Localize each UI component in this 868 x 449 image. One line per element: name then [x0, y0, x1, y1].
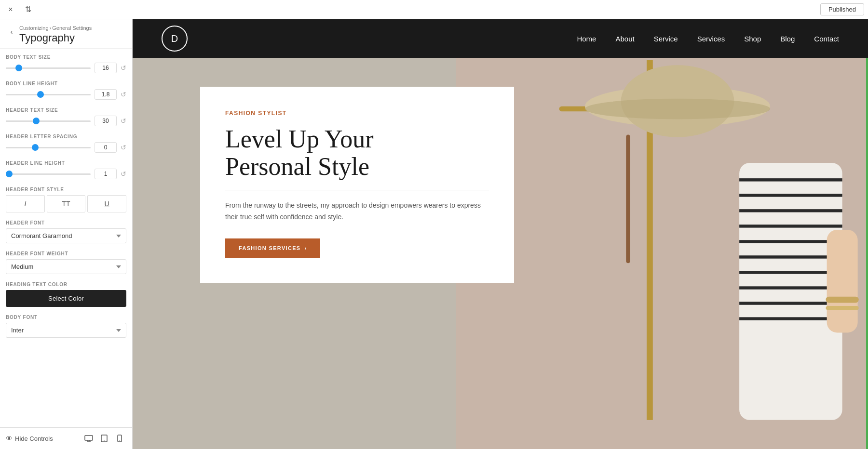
body-text-size-label: BODY TEXT SIZE: [6, 54, 126, 60]
body-line-height-input[interactable]: [95, 89, 117, 100]
nav-bar: D Home About Service Services Shop Blog …: [133, 19, 868, 58]
header-text-size-reset[interactable]: ↺: [121, 117, 126, 125]
body-font-select[interactable]: Inter Georgia Roboto Open Sans: [6, 323, 126, 338]
svg-rect-17: [739, 194, 842, 197]
heading-text-color-group: HEADING TEXT COLOR Select Color: [6, 282, 126, 307]
nav-link-blog[interactable]: Blog: [780, 35, 795, 43]
svg-point-13: [585, 99, 770, 119]
hero-right: [456, 58, 868, 449]
header-text-size-row: ↺: [6, 116, 126, 126]
body-font-label: BODY FONT: [6, 315, 126, 320]
nav-links: Home About Service Services Shop Blog Co…: [577, 35, 839, 43]
desktop-view-button[interactable]: [82, 432, 95, 445]
svg-rect-14: [626, 134, 630, 263]
hero-title: Level Up Your Personal Style: [225, 125, 489, 180]
header-font-style-group: HEADER FONT STYLE I TT U: [6, 187, 126, 212]
body-line-height-slider[interactable]: [6, 94, 91, 95]
svg-rect-28: [826, 306, 858, 310]
header-font-weight-group: HEADER FONT WEIGHT Light Regular Medium …: [6, 251, 126, 274]
hero-description: From the runway to the streets, my appro…: [225, 200, 489, 223]
italic-button[interactable]: I: [6, 195, 45, 212]
svg-rect-16: [739, 178, 842, 181]
body-text-size-group: BODY TEXT SIZE ↺: [6, 54, 126, 73]
cta-arrow-icon: ›: [305, 245, 307, 251]
header-text-size-group: HEADER TEXT SIZE ↺: [6, 107, 126, 126]
body-text-size-slider[interactable]: [6, 67, 91, 69]
header-letter-spacing-label: HEADER LETTER SPACING: [6, 134, 126, 139]
nav-link-services[interactable]: Services: [697, 35, 725, 43]
hero-left: FASHION STYLIST Level Up Your Personal S…: [133, 58, 456, 449]
hero-photo-svg: [456, 58, 868, 449]
body-line-height-reset[interactable]: ↺: [121, 91, 126, 98]
header-font-style-label: HEADER FONT STYLE: [6, 187, 126, 192]
header-line-height-input[interactable]: [95, 169, 117, 179]
allcaps-button[interactable]: TT: [47, 195, 86, 212]
nav-logo: D: [162, 26, 188, 52]
body-line-height-label: BODY LINE HEIGHT: [6, 81, 126, 86]
hero-section: FASHION STYLIST Level Up Your Personal S…: [133, 58, 868, 449]
website-preview: D Home About Service Services Shop Blog …: [133, 19, 868, 449]
sidebar-header: ‹ Customizing › General Settings Typogra…: [0, 19, 132, 49]
body-text-size-row: ↺: [6, 63, 126, 73]
header-font-weight-select[interactable]: Light Regular Medium Semi Bold Bold: [6, 259, 126, 274]
header-font-weight-label: HEADER FONT WEIGHT: [6, 251, 126, 256]
header-line-height-label: HEADER LINE HEIGHT: [6, 160, 126, 166]
header-font-label: HEADER FONT: [6, 220, 126, 225]
hero-cta-button[interactable]: FASHION SERVICES ›: [225, 238, 320, 258]
eye-icon: 👁: [6, 435, 13, 442]
header-letter-spacing-input[interactable]: [95, 142, 117, 153]
header-letter-spacing-row: ↺: [6, 142, 126, 153]
hide-controls-button[interactable]: 👁 Hide Controls: [6, 435, 53, 442]
preview-area: D Home About Service Services Shop Blog …: [133, 19, 868, 449]
nav-link-home[interactable]: Home: [577, 35, 596, 43]
header-letter-spacing-slider[interactable]: [6, 147, 91, 148]
header-font-style-row: I TT U: [6, 195, 126, 212]
header-letter-spacing-group: HEADER LETTER SPACING ↺: [6, 134, 126, 153]
header-font-select[interactable]: Cormorant Garamond Georgia Inter Playfai…: [6, 228, 126, 243]
sidebar-title: Typography: [19, 32, 92, 44]
back-button[interactable]: ‹: [6, 26, 17, 38]
main-layout: ‹ Customizing › General Settings Typogra…: [0, 19, 868, 449]
header-line-height-reset[interactable]: ↺: [121, 170, 126, 178]
published-button[interactable]: Published: [820, 3, 864, 15]
sidebar: ‹ Customizing › General Settings Typogra…: [0, 19, 133, 449]
select-color-button[interactable]: Select Color: [6, 290, 126, 307]
close-button[interactable]: ×: [4, 3, 17, 16]
underline-button[interactable]: U: [87, 195, 126, 212]
mobile-view-button[interactable]: [113, 432, 126, 445]
hero-card: FASHION STYLIST Level Up Your Personal S…: [200, 87, 514, 283]
header-letter-spacing-reset[interactable]: ↺: [121, 144, 126, 151]
svg-rect-0: [85, 436, 93, 440]
nav-link-shop[interactable]: Shop: [744, 35, 761, 43]
header-line-height-slider[interactable]: [6, 173, 91, 175]
header-text-size-label: HEADER TEXT SIZE: [6, 107, 126, 113]
controls-panel: BODY TEXT SIZE ↺ BODY LINE HEIGHT ↺ HEAD: [0, 49, 132, 427]
header-line-height-group: HEADER LINE HEIGHT ↺: [6, 160, 126, 179]
sidebar-bottom: 👁 Hide Controls: [0, 427, 132, 449]
top-bar: × ⇅ Published: [0, 0, 868, 19]
svg-point-5: [104, 440, 105, 441]
body-font-group: BODY FONT Inter Georgia Roboto Open Sans: [6, 315, 126, 338]
tablet-view-button[interactable]: [97, 432, 111, 445]
svg-rect-26: [827, 230, 858, 333]
header-line-height-row: ↺: [6, 169, 126, 179]
body-text-size-input[interactable]: [95, 63, 117, 73]
green-indicator-bar: [866, 58, 868, 449]
breadcrumb-arrow-icon: ›: [50, 25, 52, 31]
hero-divider: [225, 190, 489, 190]
breadcrumb: Customizing › General Settings Typograph…: [19, 25, 92, 44]
svg-rect-18: [739, 209, 842, 212]
nav-link-about[interactable]: About: [615, 35, 634, 43]
nav-link-contact[interactable]: Contact: [814, 35, 839, 43]
header-text-size-input[interactable]: [95, 116, 117, 126]
breadcrumb-top: Customizing › General Settings: [19, 25, 92, 31]
header-text-size-slider[interactable]: [6, 120, 91, 122]
svg-rect-27: [826, 297, 858, 303]
swap-button[interactable]: ⇅: [21, 3, 35, 16]
hero-label: FASHION STYLIST: [225, 110, 489, 117]
view-switcher: [82, 432, 126, 445]
svg-rect-19: [739, 224, 842, 227]
body-text-size-reset[interactable]: ↺: [121, 64, 126, 72]
hero-photo: [456, 58, 868, 449]
nav-link-service[interactable]: Service: [654, 35, 678, 43]
